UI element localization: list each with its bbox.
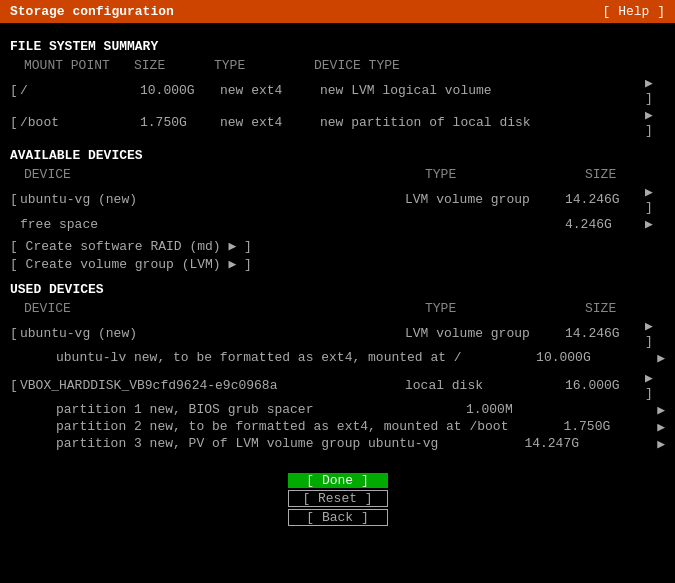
type: new ext4 bbox=[220, 83, 320, 98]
back-button[interactable]: [ Back ] bbox=[288, 509, 388, 526]
available-devices-section: AVAILABLE DEVICES DEVICE TYPE SIZE [ ubu… bbox=[10, 148, 665, 272]
fs-table-header: MOUNT POINT SIZE TYPE DEVICE TYPE bbox=[24, 58, 665, 73]
used-col-type: TYPE bbox=[425, 301, 585, 316]
used-col-device: DEVICE bbox=[24, 301, 425, 316]
sub-size: 1.000M bbox=[466, 402, 513, 418]
create-lvm-link[interactable]: [ Create volume group (LVM) ▶ ] bbox=[10, 256, 665, 272]
avail-col-device: DEVICE bbox=[24, 167, 425, 182]
avail-col-type: TYPE bbox=[425, 167, 585, 182]
create-raid-link[interactable]: [ Create software RAID (md) ▶ ] bbox=[10, 238, 665, 254]
sub-device-text: partition 1 new, BIOS grub spacer bbox=[56, 402, 313, 418]
fs-row-0[interactable]: [ / 10.000G new ext4 new LVM logical vol… bbox=[10, 75, 665, 106]
arrow-bracket: ▶ ] bbox=[645, 184, 665, 215]
device-name: ubuntu-vg (new) bbox=[20, 192, 405, 207]
sub-size: 14.247G bbox=[524, 436, 579, 452]
reset-button[interactable]: [ Reset ] bbox=[288, 490, 388, 507]
bracket-open: [ bbox=[10, 115, 20, 130]
device-name: VBOX_HARDDISK_VB9cfd9624-e9c0968a bbox=[20, 378, 405, 393]
device-name: ubuntu-vg (new) bbox=[20, 326, 405, 341]
action-buttons: [ Done ] [ Reset ] [ Back ] bbox=[10, 472, 665, 527]
used-devices-header: USED DEVICES bbox=[10, 282, 665, 297]
arrow: ▶ bbox=[657, 436, 665, 452]
bracket-open: [ bbox=[10, 83, 20, 98]
size: 4.246G bbox=[565, 217, 645, 232]
title-bar: Storage configuration [ Help ] bbox=[0, 0, 675, 23]
sub-size: 10.000G bbox=[536, 350, 591, 366]
avail-row-1[interactable]: free space 4.246G ▶ bbox=[10, 216, 665, 232]
used-subrow-part1[interactable]: partition 1 new, BIOS grub spacer 1.000M… bbox=[56, 402, 665, 418]
size: 10.000G bbox=[140, 83, 220, 98]
fs-col-devtype: DEVICE TYPE bbox=[314, 58, 665, 73]
used-row-ubuntu-vg[interactable]: [ ubuntu-vg (new) LVM volume group 14.24… bbox=[10, 318, 665, 349]
device-type: new partition of local disk bbox=[320, 115, 645, 130]
bracket-open: [ bbox=[10, 378, 20, 393]
type: local disk bbox=[405, 378, 565, 393]
app-title: Storage configuration bbox=[10, 4, 174, 19]
sub-device-text: partition 2 new, to be formatted as ext4… bbox=[56, 419, 508, 435]
size: 16.000G bbox=[565, 378, 645, 393]
type: LVM volume group bbox=[405, 326, 565, 341]
type: new ext4 bbox=[220, 115, 320, 130]
file-system-section: FILE SYSTEM SUMMARY MOUNT POINT SIZE TYP… bbox=[10, 39, 665, 138]
available-devices-header: AVAILABLE DEVICES bbox=[10, 148, 665, 163]
used-subrow-part3[interactable]: partition 3 new, PV of LVM volume group … bbox=[56, 436, 665, 452]
arrow: ▶ bbox=[645, 216, 665, 232]
file-system-header: FILE SYSTEM SUMMARY bbox=[10, 39, 665, 54]
used-row-vbox[interactable]: [ VBOX_HARDDISK_VB9cfd9624-e9c0968a loca… bbox=[10, 370, 665, 401]
used-col-size: SIZE bbox=[585, 301, 665, 316]
arrow: ▶ bbox=[657, 402, 665, 418]
fs-row-1[interactable]: [ /boot 1.750G new ext4 new partition of… bbox=[10, 107, 665, 138]
sub-device-text: ubuntu-lv new, to be formatted as ext4, … bbox=[56, 350, 462, 366]
arrow: ▶ bbox=[657, 350, 665, 366]
fs-col-mount: MOUNT POINT bbox=[24, 58, 134, 73]
size: 14.246G bbox=[565, 192, 645, 207]
size: 14.246G bbox=[565, 326, 645, 341]
avail-row-0[interactable]: [ ubuntu-vg (new) LVM volume group 14.24… bbox=[10, 184, 665, 215]
done-button[interactable]: [ Done ] bbox=[288, 473, 388, 488]
device-name: free space bbox=[20, 217, 405, 232]
arrow: ▶ bbox=[657, 419, 665, 435]
avail-col-size: SIZE bbox=[585, 167, 665, 182]
arrow-bracket: ▶ ] bbox=[645, 75, 665, 106]
fs-col-type: TYPE bbox=[214, 58, 314, 73]
bracket-open: [ bbox=[10, 192, 20, 207]
size: 1.750G bbox=[140, 115, 220, 130]
sub-size: 1.750G bbox=[563, 419, 610, 435]
used-devices-section: USED DEVICES DEVICE TYPE SIZE [ ubuntu-v… bbox=[10, 282, 665, 452]
mount-point: / bbox=[20, 83, 140, 98]
used-subrow-part2[interactable]: partition 2 new, to be formatted as ext4… bbox=[56, 419, 665, 435]
used-table-header: DEVICE TYPE SIZE bbox=[24, 301, 665, 316]
bracket-open: [ bbox=[10, 326, 20, 341]
avail-table-header: DEVICE TYPE SIZE bbox=[24, 167, 665, 182]
type: LVM volume group bbox=[405, 192, 565, 207]
arrow-bracket: ▶ ] bbox=[645, 318, 665, 349]
help-button[interactable]: [ Help ] bbox=[603, 4, 665, 19]
fs-col-size: SIZE bbox=[134, 58, 214, 73]
arrow-bracket: ▶ ] bbox=[645, 370, 665, 401]
arrow-bracket: ▶ ] bbox=[645, 107, 665, 138]
mount-point: /boot bbox=[20, 115, 140, 130]
device-type: new LVM logical volume bbox=[320, 83, 645, 98]
sub-device-text: partition 3 new, PV of LVM volume group … bbox=[56, 436, 438, 452]
used-subrow-ubuntu-lv[interactable]: ubuntu-lv new, to be formatted as ext4, … bbox=[56, 350, 665, 366]
